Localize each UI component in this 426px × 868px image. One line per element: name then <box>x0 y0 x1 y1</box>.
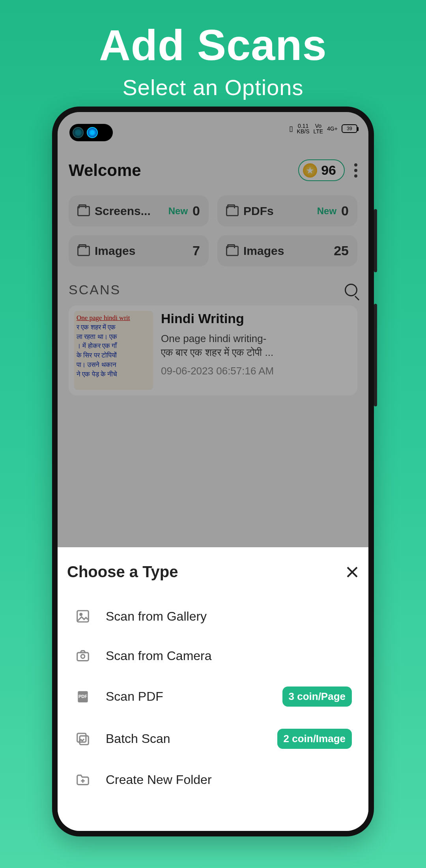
sheet-title: Choose a Type <box>67 563 178 581</box>
close-icon[interactable] <box>346 565 359 579</box>
scan-card[interactable]: One page hindi writ र एक शहर में एकला रह… <box>69 305 357 395</box>
folder-count: 0 <box>341 203 349 219</box>
coin-count: 96 <box>321 163 336 178</box>
folder-count: 7 <box>192 243 200 258</box>
folder-name: PDFs <box>243 204 312 218</box>
camera-icon <box>74 647 92 664</box>
phone-frame: ▯ 0.11KB/S VoLTE 4G+ 39 Welcome ★ 96 <box>52 107 374 836</box>
svg-text:PDF: PDF <box>78 694 87 699</box>
svg-rect-2 <box>77 653 89 661</box>
hero: Add Scans Select an Options <box>0 0 426 100</box>
scan-pdf-option[interactable]: PDF Scan PDF 3 coin/Page <box>67 675 359 718</box>
search-icon[interactable] <box>345 284 357 296</box>
folder-tile[interactable]: Images 25 <box>217 235 357 266</box>
folder-tile[interactable]: Screens... New 0 <box>69 195 209 226</box>
svg-point-3 <box>81 655 85 658</box>
new-badge: New <box>168 206 188 217</box>
folder-icon <box>77 206 90 216</box>
folder-icon <box>226 206 239 216</box>
scan-title: Hindi Writing <box>161 311 274 326</box>
option-label: Scan PDF <box>106 689 268 704</box>
scan-info: Hindi Writing One page hindi writing- एक… <box>161 311 274 390</box>
scan-thumbnail: One page hindi writ र एक शहर में एकला रह… <box>74 311 153 390</box>
folder-count: 25 <box>334 243 349 258</box>
new-badge: New <box>317 206 336 217</box>
folder-count: 0 <box>192 203 200 219</box>
folder-tile[interactable]: Images 7 <box>69 235 209 266</box>
battery-indicator: 39 <box>342 124 357 133</box>
coin-balance-chip[interactable]: ★ 96 <box>298 159 345 181</box>
batch-scan-option[interactable]: Batch Scan 2 coin/Image <box>67 718 359 760</box>
option-label: Batch Scan <box>106 731 263 746</box>
page-title: Welcome <box>69 161 141 180</box>
folder-name: Images <box>243 244 324 258</box>
folder-icon <box>226 246 239 256</box>
scan-from-gallery-option[interactable]: Scan from Gallery <box>67 597 359 636</box>
scan-desc-2: एक बार एक शहर में एक टोपी ... <box>161 346 274 359</box>
hero-title: Add Scans <box>0 20 426 70</box>
folder-tiles: Screens... New 0 PDFs New 0 Images 7 <box>69 195 357 266</box>
create-new-folder-option[interactable]: Create New Folder <box>67 760 359 799</box>
scan-timestamp: 09-06-2023 06:57:16 AM <box>161 364 274 378</box>
option-label: Scan from Gallery <box>106 609 352 624</box>
image-icon <box>74 608 92 625</box>
camera-cutout <box>69 124 113 141</box>
hero-subtitle: Select an Options <box>0 75 426 100</box>
overflow-menu-button[interactable] <box>354 163 357 178</box>
signal-indicator: 4G+ <box>327 126 338 131</box>
option-label: Scan from Camera <box>106 649 352 663</box>
vibrate-icon: ▯ <box>289 124 293 133</box>
folder-tile[interactable]: PDFs New 0 <box>217 195 357 226</box>
folder-name: Images <box>95 244 183 258</box>
svg-point-1 <box>80 614 82 615</box>
pdf-icon: PDF <box>74 688 92 705</box>
folder-icon <box>77 246 90 256</box>
scan-desc-1: One page hindi writing- <box>161 332 274 346</box>
choose-type-sheet: Choose a Type Scan from Gallery Scan fro… <box>58 547 368 831</box>
status-bar: ▯ 0.11KB/S VoLTE 4G+ 39 <box>289 123 357 134</box>
scan-from-camera-option[interactable]: Scan from Camera <box>67 636 359 675</box>
cost-badge: 3 coin/Page <box>282 687 352 707</box>
folder-plus-icon <box>74 771 92 788</box>
cost-badge: 2 coin/Image <box>277 729 352 749</box>
network-speed: 0.11KB/S <box>297 123 310 134</box>
option-label: Create New Folder <box>106 773 352 787</box>
volte-indicator: VoLTE <box>314 123 323 134</box>
screen: ▯ 0.11KB/S VoLTE 4G+ 39 Welcome ★ 96 <box>58 112 368 831</box>
coin-icon: ★ <box>303 163 317 178</box>
folder-name: Screens... <box>95 204 164 218</box>
batch-icon <box>74 730 92 748</box>
scans-heading: SCANS <box>69 282 121 297</box>
